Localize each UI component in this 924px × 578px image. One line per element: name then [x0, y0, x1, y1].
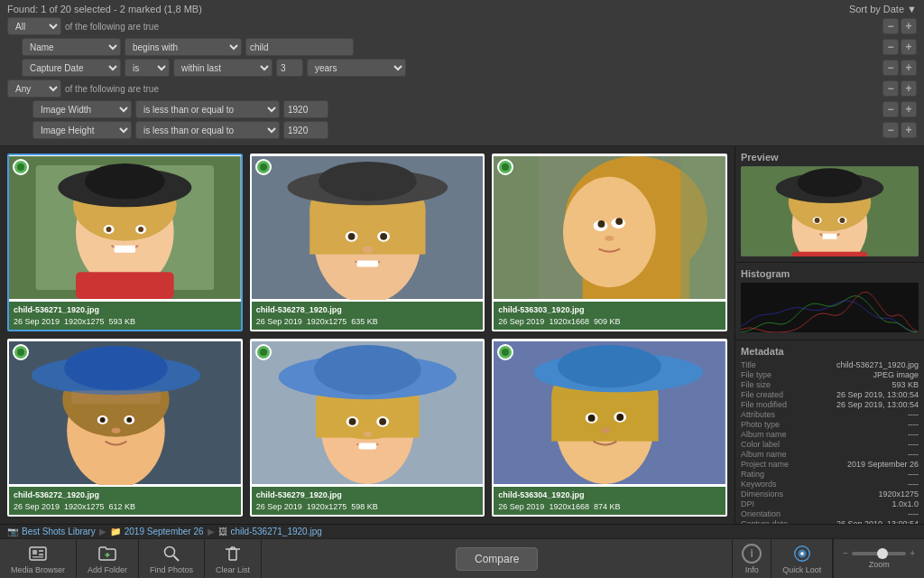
zoom-slider[interactable]	[852, 552, 906, 555]
svg-point-72	[617, 414, 624, 421]
metadata-row: Rating----	[741, 470, 919, 479]
photo-filename-3: child-536303_1920.jpg	[498, 304, 721, 316]
breadcrumb-folder[interactable]: 2019 September 26	[125, 527, 204, 536]
preview-image	[741, 166, 919, 256]
zoom-label: Zoom	[869, 560, 890, 569]
filter-col2-2[interactable]: begins with contains ends with	[125, 38, 242, 56]
svg-point-22	[380, 233, 387, 240]
filter-col1-5[interactable]: Image Width	[32, 100, 132, 118]
photo-item-2[interactable]: child-536278_1920.jpg 26 Sep 2019 1920x1…	[250, 154, 485, 331]
svg-point-58	[348, 418, 356, 425]
filter-plus-4[interactable]: +	[901, 80, 917, 97]
svg-rect-24	[356, 261, 378, 267]
zoom-thumb	[877, 548, 888, 559]
svg-rect-79	[792, 252, 868, 256]
filter-value-5[interactable]	[283, 100, 328, 118]
find-photos-label: Find Photos	[150, 565, 193, 574]
filter-col1-3[interactable]: Capture Date	[22, 59, 121, 77]
photo-meta-1: 26 Sep 2019 1920x1275 593 KB	[14, 316, 236, 328]
filter-col2-3[interactable]: is	[125, 59, 170, 77]
filter-plus-6[interactable]: +	[901, 122, 917, 138]
compare-button[interactable]: Compare	[456, 547, 538, 571]
folder-icon: 📁	[110, 527, 121, 536]
filter-col3-3[interactable]: within last	[173, 59, 273, 77]
svg-point-68	[558, 345, 661, 387]
filter-plus-2[interactable]: +	[901, 39, 917, 55]
filter-row-1: All Any None of the following are true −…	[7, 17, 917, 35]
svg-line-93	[174, 555, 180, 561]
quick-loot-button[interactable]: Quick Loot	[771, 539, 833, 578]
zoom-plus-icon: +	[910, 548, 915, 558]
photo-item-6[interactable]: child-536304_1920.jpg 26 Sep 2019 1920x1…	[492, 339, 727, 517]
clear-list-label: Clear List	[216, 565, 250, 574]
media-browser-button[interactable]: Media Browser	[0, 539, 77, 578]
svg-point-92	[165, 546, 175, 556]
info-label: Info	[745, 565, 759, 574]
filter-value-2[interactable]	[245, 38, 354, 56]
metadata-row: File typeJPEG image	[741, 370, 919, 379]
photo-thumb-3	[494, 155, 725, 300]
breadcrumb-library[interactable]: Best Shots Library	[22, 527, 96, 536]
svg-point-101	[800, 552, 804, 555]
svg-point-29	[563, 177, 656, 287]
find-photos-button[interactable]: Find Photos	[139, 539, 205, 578]
media-browser-icon	[28, 544, 48, 564]
filter-plus-3[interactable]: +	[901, 60, 917, 76]
filter-label-1: of the following are true	[65, 22, 159, 32]
svg-point-60	[363, 432, 372, 437]
preview-title: Preview	[741, 152, 919, 163]
filter-row-3: Capture Date is within last years months…	[7, 59, 917, 77]
filter-plus-5[interactable]: +	[901, 101, 917, 117]
photo-caption-5: child-536279_1920.jpg 26 Sep 2019 1920x1…	[252, 487, 484, 515]
filter-value-3[interactable]	[276, 59, 303, 77]
photo-item-5[interactable]: child-536279_1920.jpg 26 Sep 2019 1920x1…	[250, 339, 485, 517]
metadata-row: DPI1.0x1.0	[741, 499, 919, 508]
photo-item-1[interactable]: child-536271_1920.jpg 26 Sep 2019 1920x1…	[7, 154, 243, 331]
clear-list-button[interactable]: Clear List	[205, 539, 262, 578]
photo-meta-6: 26 Sep 2019 1920x1668 874 KB	[498, 501, 721, 513]
filter-minus-5[interactable]: −	[882, 101, 899, 117]
filter-minus-6[interactable]: −	[882, 122, 899, 138]
svg-point-10	[138, 227, 143, 232]
filter-plus-1[interactable]: +	[901, 18, 917, 34]
metadata-row: Keywords----	[741, 480, 919, 489]
filter-minus-4[interactable]: −	[882, 80, 899, 97]
filter-row-5: Image Width is less than or equal to − +	[7, 100, 917, 118]
add-folder-button[interactable]: Add Folder	[77, 539, 139, 578]
filter-minus-1[interactable]: −	[882, 18, 899, 34]
preview-section: Preview	[735, 146, 924, 263]
photo-item-3[interactable]: child-536303_1920.jpg 26 Sep 2019 1920x1…	[492, 154, 727, 331]
filter-col1-6[interactable]: Image Height	[32, 121, 132, 139]
filter-match-1[interactable]: All Any None	[7, 17, 61, 35]
breadcrumb-file[interactable]: child-536271_1920.jpg	[231, 527, 322, 536]
svg-rect-61	[358, 443, 376, 450]
metadata-row: File created26 Sep 2019, 13:00:54	[741, 390, 919, 399]
filter-col2-6[interactable]: is less than or equal to	[135, 121, 280, 139]
filter-col4-3[interactable]: years months days	[307, 59, 406, 77]
svg-point-48	[112, 428, 121, 434]
zoom-section: − + Zoom	[833, 539, 924, 578]
metadata-section: Metadata Titlechild-536271_1920.jpgFile …	[735, 340, 924, 524]
filter-col2-5[interactable]: is less than or equal to	[135, 100, 280, 118]
svg-rect-6	[76, 272, 174, 299]
photo-caption-1: child-536271_1920.jpg 26 Sep 2019 1920x1…	[9, 302, 241, 330]
histogram-canvas	[741, 283, 919, 332]
filter-match-4[interactable]: Any All None	[7, 79, 61, 98]
svg-point-71	[588, 415, 596, 422]
photo-item-4[interactable]: child-536272_1920.jpg 26 Sep 2019 1920x1…	[7, 339, 243, 517]
metadata-row: Orientation----	[741, 509, 919, 518]
filter-value-6[interactable]	[283, 121, 328, 139]
filter-minus-2[interactable]: −	[882, 39, 899, 55]
filter-col1-2[interactable]: Name	[22, 38, 121, 56]
info-button[interactable]: i Info	[732, 539, 771, 578]
metadata-row: Photo type----	[741, 420, 919, 429]
photo-badge-2	[255, 159, 272, 175]
svg-rect-43	[71, 390, 161, 404]
photo-thumb-4	[9, 340, 241, 485]
find-photos-icon	[162, 544, 181, 564]
sort-button[interactable]: Sort by Date ▼	[849, 4, 917, 14]
add-folder-icon	[97, 544, 117, 564]
filter-minus-3[interactable]: −	[882, 60, 899, 76]
svg-rect-87	[39, 550, 43, 552]
svg-rect-95	[229, 549, 236, 560]
